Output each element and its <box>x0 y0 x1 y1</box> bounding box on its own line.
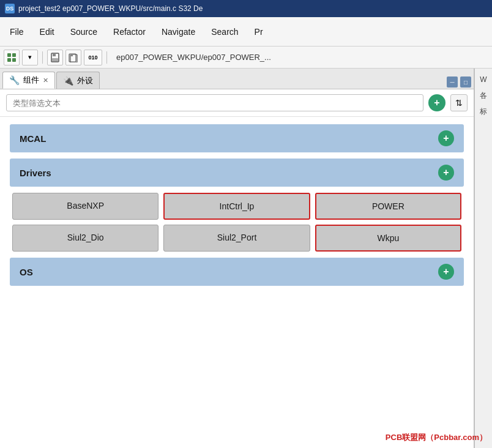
component-siul2-port[interactable]: Siul2_Port <box>163 225 310 252</box>
menu-pr[interactable]: Pr <box>247 21 270 43</box>
menu-source[interactable]: Source <box>63 21 105 43</box>
component-intCtrl-Ip[interactable]: IntCtrl_Ip <box>163 193 310 220</box>
menu-search[interactable]: Search <box>204 21 245 43</box>
right-panel-btn-settings[interactable]: 各 <box>477 89 490 102</box>
main-area: 🔧 组件 ✕ 🔌 外设 ─ □ + ⇅ MCAL + <box>0 69 492 448</box>
filter-input[interactable] <box>6 94 423 111</box>
save-button[interactable] <box>47 50 63 65</box>
component-power[interactable]: POWER <box>315 193 461 220</box>
category-mcal-add-button[interactable]: + <box>438 130 454 146</box>
svg-rect-3 <box>12 58 16 62</box>
left-panel: 🔧 组件 ✕ 🔌 外设 ─ □ + ⇅ MCAL + <box>0 69 474 448</box>
svg-rect-0 <box>7 53 11 57</box>
component-area: MCAL + Drivers + BaseNXP IntCtrl_Ip POWE… <box>0 117 474 448</box>
tab-components[interactable]: 🔧 组件 ✕ <box>2 72 55 89</box>
right-panel-btn-w[interactable]: W <box>477 73 490 86</box>
component-wkpu[interactable]: Wkpu <box>315 225 461 252</box>
peripheral-tab-icon: 🔌 <box>63 76 73 86</box>
tab-peripherals-label: 外设 <box>77 75 93 86</box>
category-os-label: OS <box>20 267 33 277</box>
breadcrumb: ep007_POWER_WKPU/ep007_POWER_... <box>116 53 488 62</box>
svg-rect-9 <box>70 54 73 56</box>
tab-components-label: 组件 <box>23 75 39 86</box>
toolbar-separator-2 <box>106 51 107 64</box>
svg-rect-6 <box>52 58 58 61</box>
sort-button[interactable]: ⇅ <box>450 94 468 111</box>
drivers-grid: BaseNXP IntCtrl_Ip POWER Siul2_Dio Siul2… <box>10 193 464 252</box>
binary-button[interactable]: 010 <box>84 50 102 65</box>
category-drivers-label: Drivers <box>20 168 51 178</box>
add-filter-button[interactable]: + <box>428 94 445 111</box>
menu-navigate[interactable]: Navigate <box>154 21 203 43</box>
title-bar: DS project_test2 ep007_POWER_WKPU/src/ma… <box>0 0 492 17</box>
tab-bar: 🔧 组件 ✕ 🔌 外设 ─ □ <box>0 69 474 89</box>
filter-area: + ⇅ <box>0 89 474 117</box>
toolbar-separator-1 <box>42 51 43 64</box>
component-baseNXP[interactable]: BaseNXP <box>12 193 158 220</box>
maximize-button[interactable]: □ <box>460 77 471 88</box>
category-mcal[interactable]: MCAL + <box>10 124 464 152</box>
component-tab-icon: 🔧 <box>9 75 20 85</box>
right-panel: W 各 标 <box>474 69 492 448</box>
component-siul2-dio[interactable]: Siul2_Dio <box>12 225 158 252</box>
category-drivers-add-button[interactable]: + <box>438 165 454 181</box>
tab-components-close[interactable]: ✕ <box>43 77 48 84</box>
svg-rect-2 <box>7 58 11 62</box>
menu-bar: File Edit Source Refactor Navigate Searc… <box>0 17 492 47</box>
title-text: project_test2 ep007_POWER_WKPU/src/main.… <box>18 4 203 13</box>
menu-refactor[interactable]: Refactor <box>106 21 153 43</box>
svg-rect-5 <box>53 53 56 56</box>
category-os-add-button[interactable]: + <box>438 264 454 280</box>
category-os[interactable]: OS + <box>10 258 464 286</box>
menu-file[interactable]: File <box>2 21 31 43</box>
toolbar: ▾ 010 ep007_POWER_WKPU/ep007_POWER_... <box>0 47 492 69</box>
minimize-button[interactable]: ─ <box>447 77 458 88</box>
component-view-button[interactable] <box>4 50 20 65</box>
watermark: PCB联盟网（Pcbbar.com） <box>386 432 487 443</box>
category-mcal-label: MCAL <box>20 133 46 144</box>
svg-rect-1 <box>12 53 16 57</box>
save-all-button[interactable] <box>65 50 81 65</box>
right-panel-btn-template[interactable]: 标 <box>477 105 490 118</box>
menu-edit[interactable]: Edit <box>32 21 62 43</box>
dropdown-arrow-button[interactable]: ▾ <box>22 50 38 65</box>
app-icon: DS <box>5 4 15 13</box>
category-drivers[interactable]: Drivers + <box>10 159 464 187</box>
tab-peripherals[interactable]: 🔌 外设 <box>56 72 100 89</box>
